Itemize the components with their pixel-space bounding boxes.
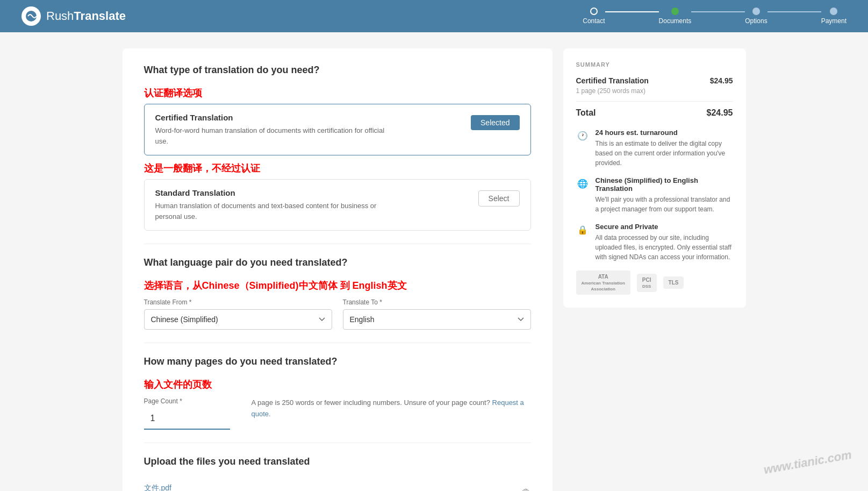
translate-to-field: Translate To * English Spanish French Ge… (343, 298, 531, 330)
svg-point-0 (26, 11, 37, 22)
feature-language: 🌐 Chinese (Simplified) to English Transl… (576, 176, 733, 214)
upload-section: Upload the files you need translated 文件.… (144, 443, 531, 491)
uploaded-file-row: 文件.pdf Source uploaded Aug 15, 2023 @ 7:… (144, 478, 531, 491)
file-info: 文件.pdf Source uploaded Aug 15, 2023 @ 7:… (144, 483, 296, 491)
clock-icon: 🕐 (576, 129, 589, 142)
translate-from-field: Translate From * Chinese (Simplified) Sp… (144, 298, 332, 330)
pages-section-title: How many pages do you need translated? (144, 356, 531, 367)
feature-language-title: Chinese (Simplified) to English Translat… (596, 176, 733, 193)
step-line-1 (605, 11, 659, 12)
step-dot-payment (830, 8, 837, 15)
summary-panel: SUMMARY Certified Translation $24.95 1 p… (563, 48, 746, 308)
step-line-2 (691, 11, 745, 12)
standard-card-text: Standard Translation Human translation o… (155, 188, 392, 222)
feature-security-title: Secure and Private (596, 223, 733, 231)
standard-translation-card: Standard Translation Human translation o… (144, 179, 531, 231)
step-label-payment: Payment (821, 17, 847, 25)
feature-turnaround: 🕐 24 hours est. turnaround This is an es… (576, 129, 733, 168)
step-options: Options (745, 8, 767, 25)
summary-title: SUMMARY (576, 61, 733, 68)
step-dot-documents (671, 8, 679, 15)
logo: RushTranslate (21, 6, 126, 26)
language-section: What language pair do you need translate… (144, 244, 531, 330)
standard-select-button[interactable]: Select (478, 190, 520, 207)
file-name: 文件.pdf (144, 483, 296, 491)
step-label-contact: Contact (583, 17, 605, 25)
page-count-group: Page Count * (144, 397, 230, 430)
annotation-language: 选择语言，从Chinese（Simplified)中文简体 到 English英… (144, 279, 531, 292)
translate-from-label: Translate From * (144, 298, 332, 306)
translate-to-label: Translate To * (343, 298, 531, 306)
progress-steps: Contact Documents Options Payment (583, 8, 847, 25)
summary-total-price: $24.95 (707, 108, 733, 118)
annotation-standard: 这是一般翻译，不经过认证 (144, 162, 531, 175)
page-count-label: Page Count * (144, 397, 230, 405)
pages-row: Page Count * A page is 250 words or fewe… (144, 397, 531, 430)
standard-card-name: Standard Translation (155, 188, 392, 197)
certified-translation-card: Certified Translation Word-for-word huma… (144, 104, 531, 155)
summary-item-sub: 1 page (250 words max) (576, 87, 733, 95)
trust-badges: ATAAmerican TranslationAssociation PCIDS… (576, 271, 733, 295)
step-dot-options (752, 8, 760, 15)
certified-selected-button[interactable]: Selected (471, 115, 519, 130)
step-dot-contact (590, 8, 598, 15)
globe-icon: 🌐 (576, 177, 589, 190)
feature-turnaround-desc: This is an estimate to deliver the digit… (596, 139, 733, 168)
certified-card-name: Certified Translation (155, 113, 392, 122)
logo-text: RushTranslate (46, 9, 126, 23)
pages-section: How many pages do you need translated? 输… (144, 343, 531, 430)
step-label-documents: Documents (659, 17, 692, 25)
ata-badge: ATAAmerican TranslationAssociation (576, 271, 630, 295)
summary-divider (576, 101, 733, 102)
summary-item-row: Certified Translation $24.95 (576, 76, 733, 85)
step-contact: Contact (583, 8, 605, 25)
language-section-title: What language pair do you need translate… (144, 257, 531, 268)
logo-icon (21, 6, 41, 26)
certified-card-text: Certified Translation Word-for-word huma… (155, 113, 392, 146)
feature-security-desc: All data processed by our site, includin… (596, 233, 733, 262)
page-count-input[interactable] (144, 408, 230, 430)
step-payment: Payment (821, 8, 847, 25)
step-documents: Documents (659, 8, 692, 25)
main-layout: What type of translation do you need? 认证… (112, 48, 757, 491)
feature-language-desc: We'll pair you with a professional trans… (596, 195, 733, 214)
summary-item-price: $24.95 (710, 76, 733, 85)
watermark: www.tianic.com (763, 448, 852, 477)
translation-type-title: What type of translation do you need? (144, 65, 531, 76)
tls-badge: TLS (663, 276, 684, 289)
header: RushTranslate Contact Documents Options … (0, 0, 868, 32)
certified-card-description: Word-for-word human translation of docum… (155, 125, 392, 146)
page-hint: A page is 250 words or fewer including n… (252, 397, 531, 420)
feature-security: 🔒 Secure and Private All data processed … (576, 223, 733, 262)
step-line-3 (767, 11, 821, 12)
translate-to-select[interactable]: English Spanish French German Japanese K… (343, 309, 531, 330)
lock-icon: 🔒 (576, 223, 589, 236)
step-label-options: Options (745, 17, 767, 25)
standard-card-description: Human translation of documents and text-… (155, 201, 392, 222)
file-delete-button[interactable]: 🗑 (521, 487, 531, 492)
summary-item-name: Certified Translation (576, 76, 649, 85)
summary-total-row: Total $24.95 (576, 108, 733, 118)
summary-total-label: Total (576, 108, 596, 118)
content-panel: What type of translation do you need? 认证… (123, 48, 553, 491)
upload-section-title: Upload the files you need translated (144, 456, 531, 467)
pci-badge: PCIDSS (637, 274, 657, 292)
annotation-pages: 输入文件的页数 (144, 378, 531, 391)
translate-from-select[interactable]: Chinese (Simplified) Spanish French Germ… (144, 309, 332, 330)
feature-turnaround-title: 24 hours est. turnaround (596, 129, 733, 137)
translation-type-section: What type of translation do you need? 认证… (144, 65, 531, 231)
annotation-certified: 认证翻译选项 (144, 87, 531, 99)
language-row: Translate From * Chinese (Simplified) Sp… (144, 298, 531, 330)
